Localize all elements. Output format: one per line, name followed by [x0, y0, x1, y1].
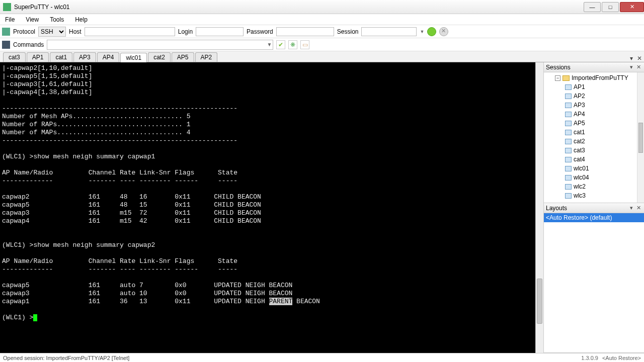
layouts-panel: Layouts ▾ ✕ <Auto Restore> (default) — [544, 203, 644, 353]
menu-bar: File View Tools Help — [0, 14, 644, 25]
session-icon — [565, 130, 572, 135]
terminal-scrollbar[interactable] — [535, 62, 543, 353]
layouts-pin-icon[interactable]: ▾ — [628, 205, 635, 211]
session-item-wlc3[interactable]: wlc3 — [544, 191, 637, 200]
sessions-tree[interactable]: −ImportedFromPuTTYAP1AP2AP3AP4AP5cat1cat… — [544, 72, 637, 203]
connection-icon — [2, 28, 10, 36]
command-edit-button[interactable]: ▭ — [300, 40, 309, 49]
layouts-title: Layouts — [546, 205, 628, 212]
menu-tools[interactable]: Tools — [48, 15, 66, 24]
cancel-connect-button[interactable] — [439, 27, 448, 36]
commands-label: Commands — [13, 41, 44, 48]
menu-help[interactable]: Help — [73, 15, 90, 24]
session-item-cat2[interactable]: cat2 — [544, 137, 637, 146]
session-icon — [565, 84, 572, 90]
protocol-select[interactable]: SSH — [38, 27, 66, 37]
sessions-scrollbar[interactable] — [637, 72, 644, 203]
tab-AP4[interactable]: AP4 — [97, 52, 120, 62]
menu-file[interactable]: File — [3, 15, 17, 24]
session-icon — [565, 166, 572, 171]
session-item-AP2[interactable]: AP2 — [544, 92, 637, 101]
sessions-pin-icon[interactable]: ▾ — [628, 64, 635, 70]
title-bar: SuperPuTTY - wlc01 — □ ✕ — [0, 0, 644, 14]
session-icon — [565, 157, 572, 162]
status-bar: Opened session: ImportedFromPuTTY/AP2 [T… — [0, 353, 644, 362]
session-item-cat1[interactable]: cat1 — [544, 128, 637, 137]
session-icon — [565, 94, 572, 99]
tab-cat1[interactable]: cat1 — [50, 52, 72, 62]
tab-cat3[interactable]: cat3 — [3, 52, 26, 62]
connect-button[interactable] — [427, 27, 436, 36]
tab-close-button[interactable]: ✕ — [635, 55, 644, 62]
folder-icon — [562, 75, 570, 81]
tree-toggle-icon[interactable]: − — [555, 75, 560, 81]
session-input[interactable] — [361, 27, 417, 36]
session-item-cat3[interactable]: cat3 — [544, 146, 637, 155]
minimize-button[interactable]: — — [584, 2, 601, 12]
tab-strip: cat3AP1cat1AP3AP4wlc01cat2AP5AP2 ▾ ✕ — [0, 51, 644, 62]
maximize-button[interactable]: □ — [602, 2, 619, 12]
session-item-AP5[interactable]: AP5 — [544, 119, 637, 128]
close-button[interactable]: ✕ — [620, 2, 644, 12]
protocol-label: Protocol — [13, 28, 35, 35]
password-label: Password — [247, 28, 273, 35]
session-icon — [565, 184, 572, 190]
session-icon — [565, 175, 572, 180]
session-icon — [565, 193, 572, 199]
tab-cat2[interactable]: cat2 — [148, 52, 171, 62]
tab-AP3[interactable]: AP3 — [73, 52, 96, 62]
host-input[interactable] — [85, 27, 175, 36]
session-item-wlc2[interactable]: wlc2 — [544, 182, 637, 191]
status-left: Opened session: ImportedFromPuTTY/AP2 [T… — [3, 355, 581, 361]
app-icon — [3, 3, 11, 11]
session-icon — [565, 139, 572, 144]
commands-icon — [2, 41, 10, 49]
login-input[interactable] — [196, 27, 244, 36]
terminal[interactable]: |-capwap2[1,10,default] |-capwap5[1,15,d… — [0, 62, 535, 353]
password-input[interactable] — [276, 27, 334, 36]
session-item-wlc04[interactable]: wlc04 — [544, 173, 637, 182]
commands-toolbar: Commands ▼ ✔ ❋ ▭ — [0, 38, 644, 51]
tab-AP1[interactable]: AP1 — [27, 52, 49, 62]
tab-menu-button[interactable]: ▾ — [628, 55, 635, 62]
tab-wlc01[interactable]: wlc01 — [120, 53, 147, 62]
layout-item-selected[interactable]: <Auto Restore> (default) — [544, 213, 644, 222]
menu-view[interactable]: View — [24, 15, 41, 24]
session-item-AP1[interactable]: AP1 — [544, 82, 637, 92]
session-item-wlc01[interactable]: wlc01 — [544, 164, 637, 173]
tab-AP2[interactable]: AP2 — [195, 52, 218, 62]
tab-AP5[interactable]: AP5 — [172, 52, 194, 62]
commands-combo[interactable]: ▼ — [47, 40, 273, 50]
terminal-pane: |-capwap2[1,10,default] |-capwap5[1,15,d… — [0, 62, 543, 353]
tree-root-label[interactable]: ImportedFromPuTTY — [572, 74, 628, 81]
session-icon — [565, 103, 572, 108]
connection-toolbar: Protocol SSH Host Login Password Session… — [0, 25, 644, 38]
status-right: <Auto Restore> — [602, 355, 641, 361]
session-icon — [565, 148, 572, 153]
session-item-cat4[interactable]: cat4 — [544, 155, 637, 164]
host-label: Host — [69, 28, 82, 35]
login-label: Login — [178, 28, 193, 35]
window-title: SuperPuTTY - wlc01 — [14, 4, 583, 11]
session-item-AP4[interactable]: AP4 — [544, 110, 637, 119]
sessions-title: Sessions — [546, 64, 628, 71]
send-command-button[interactable]: ✔ — [276, 40, 285, 49]
sessions-panel: Sessions ▾ ✕ −ImportedFromPuTTYAP1AP2AP3… — [544, 62, 644, 203]
layouts-close-icon[interactable]: ✕ — [635, 205, 642, 211]
status-version: 1.3.0.9 — [581, 355, 598, 361]
session-icon — [565, 112, 572, 117]
command-tool-button[interactable]: ❋ — [288, 40, 297, 49]
session-icon — [565, 121, 572, 126]
session-label: Session — [337, 28, 359, 35]
session-item-AP3[interactable]: AP3 — [544, 101, 637, 110]
sessions-close-icon[interactable]: ✕ — [635, 64, 642, 70]
